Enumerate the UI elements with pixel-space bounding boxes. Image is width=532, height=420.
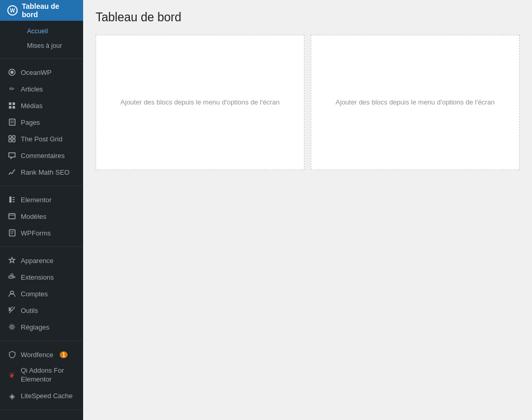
svg-rect-10 bbox=[12, 136, 15, 138]
wp-logo-icon: W bbox=[7, 5, 18, 16]
sidebar-nav-extra: Wordfence 1 ❦ Qi Addons For Elementor ◈ … bbox=[0, 343, 83, 408]
sidebar-item-apparence[interactable]: Apparence bbox=[0, 252, 83, 269]
svg-rect-24 bbox=[11, 274, 13, 276]
elementor-icon bbox=[7, 195, 17, 204]
sidebar-item-rank-math[interactable]: Rank Math SEO bbox=[0, 164, 83, 180]
main-content: Tableau de bord Ajouter des blocs depuis… bbox=[83, 0, 532, 420]
rankmath-icon bbox=[7, 167, 17, 177]
dashboard-widget-1: Ajouter des blocs depuis le menu d'optio… bbox=[96, 35, 304, 170]
sidebar-item-wpforms[interactable]: WPForms bbox=[0, 225, 83, 241]
sidebar-item-label: Articles bbox=[21, 85, 43, 93]
sidebar-item-post-grid[interactable]: The Post Grid bbox=[0, 130, 83, 147]
sidebar-item-mises-a-jour[interactable]: Mises à jour bbox=[0, 38, 83, 53]
sidebar-item-label: Mises à jour bbox=[27, 42, 62, 49]
svg-rect-3 bbox=[12, 102, 15, 105]
reduce-icon: ◀ bbox=[7, 418, 17, 420]
sidebar-item-outils[interactable]: Outils bbox=[0, 302, 83, 319]
sidebar-item-modeles[interactable]: Modèles bbox=[0, 208, 83, 225]
sidebar-item-oceanwp[interactable]: OceanWP bbox=[0, 64, 83, 81]
sidebar-nav-admin: Apparence Extensions Comptes bbox=[0, 249, 83, 338]
sidebar-item-accueil[interactable]: Accueil bbox=[0, 24, 83, 38]
sidebar-item-wordfence[interactable]: Wordfence 1 bbox=[0, 346, 83, 363]
sidebar: W Tableau de bord Accueil Mises à jour O… bbox=[0, 0, 83, 420]
page-title: Tableau de bord bbox=[96, 10, 520, 24]
sidebar-item-label: Extensions bbox=[21, 273, 54, 281]
widget-placeholder-2: Ajouter des blocs depuis le menu d'optio… bbox=[336, 97, 495, 108]
wpforms-icon bbox=[7, 228, 17, 238]
sidebar-item-label: Rank Math SEO bbox=[21, 168, 70, 176]
qi-icon: ❦ bbox=[7, 371, 17, 380]
sidebar-header[interactable]: W Tableau de bord bbox=[0, 0, 83, 21]
home-icon bbox=[14, 27, 23, 36]
sidebar-item-label: Outils bbox=[21, 307, 38, 314]
svg-rect-4 bbox=[9, 106, 11, 109]
sidebar-item-extensions[interactable]: Extensions bbox=[0, 269, 83, 285]
postgrid-icon bbox=[7, 134, 17, 143]
outils-icon bbox=[7, 306, 17, 315]
sidebar-item-label: Elementor bbox=[21, 196, 51, 204]
comptes-icon bbox=[7, 289, 17, 298]
sidebar-item-label: Commentaires bbox=[21, 152, 65, 160]
apparence-icon bbox=[7, 256, 17, 265]
extensions-icon bbox=[7, 272, 17, 282]
pages-icon bbox=[7, 117, 17, 127]
widget-placeholder-1: Ajouter des blocs depuis le menu d'optio… bbox=[121, 97, 280, 108]
sidebar-nav-main: OceanWP Articles Médias bbox=[0, 61, 83, 183]
sidebar-item-litespeed[interactable]: ◈ LiteSpeed Cache bbox=[0, 388, 83, 404]
medias-icon bbox=[7, 101, 17, 110]
svg-point-26 bbox=[11, 326, 14, 329]
sidebar-item-label: Wordfence bbox=[21, 351, 54, 359]
sidebar-item-label: Accueil bbox=[27, 28, 48, 35]
sidebar-item-label: Qi Addons For Elementor bbox=[21, 366, 76, 384]
sidebar-item-articles[interactable]: Articles bbox=[0, 81, 83, 97]
sidebar-item-label: LiteSpeed Cache bbox=[21, 392, 73, 400]
sidebar-nav-plugins: Elementor Modèles WPForms bbox=[0, 188, 83, 244]
svg-rect-2 bbox=[9, 102, 11, 105]
sidebar-item-medias[interactable]: Médias bbox=[0, 97, 83, 114]
articles-icon bbox=[7, 84, 17, 94]
sidebar-item-label: Modèles bbox=[21, 213, 46, 220]
sidebar-item-elementor[interactable]: Elementor bbox=[0, 191, 83, 208]
sidebar-item-label: Apparence bbox=[21, 257, 54, 265]
update-icon bbox=[14, 41, 23, 50]
dashboard-columns: Ajouter des blocs depuis le menu d'optio… bbox=[96, 35, 520, 170]
svg-rect-13 bbox=[9, 196, 11, 203]
svg-rect-11 bbox=[9, 139, 11, 142]
dashboard-widget-2: Ajouter des blocs depuis le menu d'optio… bbox=[311, 35, 520, 170]
reglages-icon bbox=[7, 322, 17, 332]
sidebar-nav-top: Accueil Mises à jour bbox=[0, 21, 83, 56]
sidebar-item-qi-addons[interactable]: ❦ Qi Addons For Elementor bbox=[0, 363, 83, 388]
oceanwp-icon bbox=[7, 68, 17, 77]
wordfence-icon bbox=[7, 350, 17, 359]
sidebar-item-label: WPForms bbox=[21, 229, 51, 237]
svg-rect-17 bbox=[9, 214, 15, 219]
sidebar-header-label: Tableau de bord bbox=[22, 2, 76, 19]
svg-rect-5 bbox=[12, 106, 15, 109]
sidebar-item-comptes[interactable]: Comptes bbox=[0, 285, 83, 302]
svg-point-1 bbox=[10, 71, 14, 74]
svg-rect-23 bbox=[13, 277, 15, 278]
sidebar-item-label: Pages bbox=[21, 119, 40, 126]
wordfence-badge: 1 bbox=[60, 351, 68, 358]
sidebar-item-reduce[interactable]: ◀ Réduire le menu bbox=[0, 414, 83, 420]
modeles-icon bbox=[7, 212, 17, 221]
svg-rect-6 bbox=[9, 119, 15, 125]
sidebar-item-label: Comptes bbox=[21, 290, 48, 298]
sidebar-item-commentaires[interactable]: Commentaires bbox=[0, 147, 83, 164]
commentaires-icon bbox=[7, 151, 17, 160]
sidebar-item-label: OceanWP bbox=[21, 69, 51, 76]
litespeed-icon: ◈ bbox=[7, 391, 17, 401]
sidebar-item-label: Réglages bbox=[21, 323, 49, 331]
sidebar-item-pages[interactable]: Pages bbox=[0, 114, 83, 130]
svg-rect-12 bbox=[12, 139, 15, 142]
sidebar-item-reglages[interactable]: Réglages bbox=[0, 319, 83, 335]
svg-rect-9 bbox=[9, 136, 11, 138]
sidebar-item-label: The Post Grid bbox=[21, 135, 62, 143]
sidebar-item-label: Médias bbox=[21, 102, 43, 110]
svg-rect-19 bbox=[9, 230, 15, 236]
